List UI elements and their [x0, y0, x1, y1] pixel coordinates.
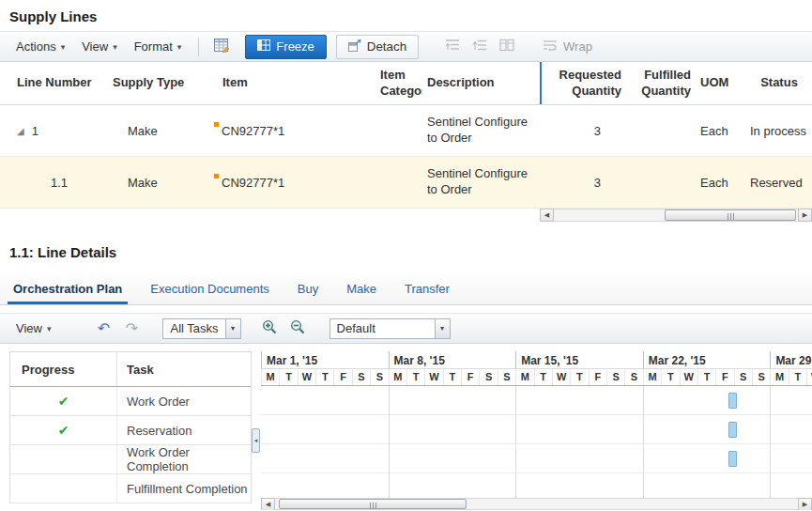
- zoom-in-button[interactable]: [258, 319, 283, 338]
- gantt-view-menu-label: View: [16, 321, 42, 335]
- column-header-requested-quantity[interactable]: Requested Quantity: [540, 62, 629, 104]
- column-header-uom[interactable]: UOM: [695, 62, 746, 104]
- gantt-task-header: Task: [117, 352, 251, 386]
- item-value: CN92777*1: [222, 124, 284, 138]
- scroll-right-arrow-icon[interactable]: ▶: [798, 209, 812, 222]
- timeline-day-label: T: [697, 369, 715, 385]
- tab-make[interactable]: Make: [346, 272, 376, 304]
- timeline-week: Mar 8, '15MTWTFSS: [389, 351, 516, 385]
- freeze-button[interactable]: Freeze: [245, 35, 326, 59]
- supply-table-header: Line Number Supply Type Item Item Catego…: [0, 62, 812, 105]
- column-header-item-category[interactable]: Item Category: [375, 62, 422, 104]
- splitter-collapse-icon[interactable]: ◂: [252, 428, 260, 453]
- go-to-top-icon[interactable]: [445, 39, 460, 54]
- gantt-bar[interactable]: [728, 422, 737, 438]
- gantt-task-cell: Work Order Completion: [117, 445, 251, 473]
- cell-uom: Each: [695, 157, 746, 208]
- export-to-excel-icon: [213, 38, 229, 55]
- week-gridline: [770, 386, 771, 503]
- zoom-out-icon: [290, 321, 306, 337]
- columns-icon[interactable]: [499, 39, 514, 54]
- caret-down-icon[interactable]: ▾: [435, 318, 451, 339]
- timeline-day-label: S: [352, 369, 370, 385]
- caret-down-icon: ▾: [113, 42, 117, 52]
- expand-toggle-icon[interactable]: ◢: [17, 126, 24, 136]
- gantt-task-row[interactable]: ✔Reservation: [10, 416, 251, 445]
- scroll-right-arrow-icon[interactable]: ▶: [798, 498, 812, 510]
- gantt-table-header: Progress Task: [10, 352, 251, 387]
- timeline-days: MTWTFSS: [261, 369, 389, 385]
- wrap-icon: [543, 39, 558, 54]
- scrollbar-thumb[interactable]: [279, 499, 467, 509]
- scrollbar-track[interactable]: [554, 209, 798, 222]
- gantt-splitter[interactable]: ◂: [252, 351, 261, 510]
- task-filter-select[interactable]: All Tasks ▾: [162, 318, 240, 339]
- gantt-horizontal-scrollbar[interactable]: ◀ ▶: [261, 498, 812, 510]
- gantt-table-body: ✔Work Order✔ReservationWork Order Comple…: [10, 387, 251, 503]
- caret-down-icon[interactable]: ▾: [225, 318, 241, 339]
- format-menu-label: Format: [134, 39, 173, 54]
- cell-description: Sentinel Configure to Order: [422, 105, 540, 156]
- detach-button[interactable]: Detach: [336, 35, 419, 59]
- tab-execution-documents[interactable]: Execution Documents: [150, 272, 268, 304]
- cell-description: Sentinel Configure to Order: [422, 157, 540, 208]
- timeline-day-label: T: [443, 369, 461, 385]
- export-to-excel-button[interactable]: [207, 36, 234, 58]
- redo-icon: ↷: [126, 320, 138, 336]
- scroll-left-arrow-icon[interactable]: ◀: [540, 209, 554, 222]
- gantt-view-menu-button[interactable]: View ▾: [8, 317, 59, 340]
- actions-menu-button[interactable]: Actions ▾: [8, 36, 73, 58]
- timeline-week: Mar 15, '15MTWTFSS: [515, 351, 643, 385]
- wrap-button[interactable]: Wrap: [543, 39, 592, 54]
- column-header-status[interactable]: Status: [746, 62, 812, 104]
- task-filter-value: All Tasks: [162, 318, 224, 339]
- wrap-button-label: Wrap: [563, 39, 592, 54]
- gantt-task-row[interactable]: ✔Work Order: [10, 387, 251, 416]
- cell-item-category: [375, 105, 422, 156]
- scroll-left-arrow-icon[interactable]: ◀: [261, 498, 275, 510]
- gantt-task-cell: Fulfillment Completion: [117, 474, 251, 503]
- timeline-week-label: Mar 29, '15: [770, 351, 812, 369]
- format-menu-button[interactable]: Format ▾: [126, 36, 191, 58]
- table-row[interactable]: ◢1MakeCN92777*1Sentinel Configure to Ord…: [0, 105, 812, 157]
- supply-table-horizontal-scrollbar[interactable]: ◀ ▶: [540, 209, 812, 222]
- gantt-bar[interactable]: [728, 451, 737, 467]
- column-header-description[interactable]: Description: [422, 62, 540, 104]
- timeline-day-label: W: [680, 369, 697, 385]
- timeline-day-label: F: [589, 369, 606, 385]
- timeline-day-label: S: [479, 369, 497, 385]
- table-row[interactable]: 1.1MakeCN92777*1Sentinel Configure to Or…: [0, 157, 812, 209]
- gantt-region: Progress Task ✔Work Order✔ReservationWor…: [9, 351, 812, 510]
- gantt-task-row[interactable]: Work Order Completion: [10, 445, 251, 474]
- caret-down-icon: ▾: [177, 42, 182, 52]
- timeline-day-label: S: [498, 369, 515, 385]
- column-header-item[interactable]: Item: [202, 62, 375, 104]
- zoom-level-value: Default: [329, 318, 435, 339]
- go-up-icon[interactable]: [472, 39, 487, 54]
- zoom-level-select[interactable]: Default ▾: [329, 318, 451, 339]
- tab-transfer[interactable]: Transfer: [405, 272, 450, 304]
- column-header-line-number[interactable]: Line Number: [9, 62, 103, 104]
- zoom-out-button[interactable]: [286, 319, 311, 338]
- timeline-day-label: T: [315, 369, 333, 385]
- gantt-task-row[interactable]: Fulfillment Completion: [10, 474, 251, 503]
- cell-status: Reserved: [746, 157, 812, 208]
- timeline-day-label: T: [570, 369, 588, 385]
- scrollbar-thumb[interactable]: [665, 209, 796, 221]
- zoom-in-icon: [262, 321, 278, 337]
- undo-button[interactable]: ↶: [91, 319, 115, 337]
- tab-buy[interactable]: Buy: [298, 272, 318, 304]
- detach-icon: [348, 39, 361, 54]
- tab-orchestration-plan[interactable]: Orchestration Plan: [13, 272, 122, 304]
- column-header-supply-type[interactable]: Supply Type: [103, 62, 202, 104]
- timeline-day-label: W: [424, 369, 442, 385]
- gantt-bar[interactable]: [728, 393, 737, 409]
- timeline-day-label: T: [406, 369, 424, 385]
- redo-button[interactable]: ↷: [119, 319, 144, 337]
- timeline-day-label: M: [515, 369, 533, 385]
- timeline-day-label: S: [370, 369, 388, 385]
- scrollbar-track[interactable]: [275, 498, 798, 510]
- column-header-fulfilled-quantity[interactable]: Fulfilled Quantity: [629, 62, 695, 104]
- view-menu-button[interactable]: View ▾: [73, 36, 125, 58]
- timeline-week: Mar 22, '15MTWTFSS: [643, 351, 771, 385]
